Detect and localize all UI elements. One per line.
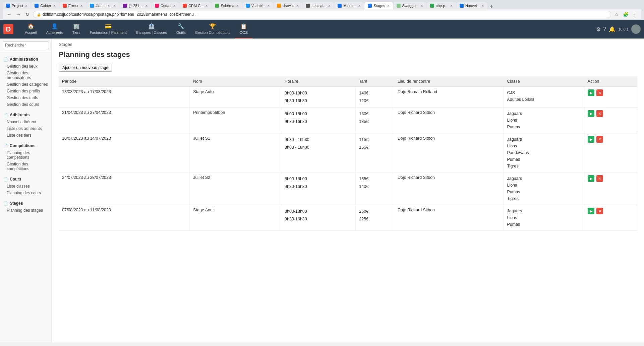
sidebar-link-gestion-competitions[interactable]: Gestion des compétitions [0, 161, 52, 172]
sidebar: 📄 Administration Gestion des lieux Gesti… [0, 39, 52, 342]
cell-action-0: ▶ ✕ [584, 87, 637, 108]
tab-close-icon[interactable]: ✕ [387, 4, 390, 8]
edit-button-2[interactable]: ▶ [588, 136, 594, 143]
col-header-classe: Classe [504, 76, 584, 87]
sidebar-link-planning-competitions[interactable]: Planning des compétitions [0, 149, 52, 161]
tab-module[interactable]: Modul... ✕ [334, 2, 364, 9]
edit-button-1[interactable]: ▶ [588, 110, 594, 117]
tab-close-icon[interactable]: ✕ [236, 4, 239, 8]
tab-close-icon[interactable]: ✕ [113, 4, 116, 8]
toolbar-icons: ☆ 🧩 ⋮ [613, 11, 639, 18]
delete-button-2[interactable]: ✕ [596, 136, 603, 143]
col-header-nom: Nom [190, 76, 281, 87]
question-nav-icon[interactable]: ? [603, 26, 606, 32]
nav-cos[interactable]: 📋 COS [235, 20, 252, 39]
tab-swagger[interactable]: Swagge... ✕ [393, 2, 426, 9]
tab-close-icon[interactable]: ✕ [328, 4, 331, 8]
sidebar-link-liste-classes[interactable]: Liste classes [0, 183, 52, 190]
delete-button-0[interactable]: ✕ [596, 89, 603, 96]
edit-button-3[interactable]: ▶ [588, 175, 594, 182]
tab-jira[interactable]: Jira | Lo... ✕ [86, 2, 119, 9]
tab-close-icon[interactable]: ✕ [25, 4, 27, 8]
browser-tabs: Project ✕ Cahier ✕ Erreur ✕ Jira | Lo...… [3, 2, 641, 9]
edit-button-0[interactable]: ▶ [588, 89, 594, 96]
nav-tiers-label: Tiers [72, 30, 80, 34]
tab-php[interactable]: php-p... ✕ [427, 2, 456, 9]
alert-nav-icon[interactable]: 🔔 [609, 26, 616, 32]
tab-project[interactable]: Project ✕ [3, 2, 31, 9]
cell-tarif-3: 155€140€ [356, 172, 394, 205]
user-avatar[interactable] [631, 24, 641, 34]
tab-close-icon[interactable]: ✕ [481, 4, 484, 8]
col-header-periode: Période [59, 76, 190, 87]
tab-variable[interactable]: Variabl... ✕ [242, 2, 274, 9]
nav-banques[interactable]: 🏦 Banques | Caisses [131, 20, 172, 39]
tab-erreur[interactable]: Erreur ✕ [59, 2, 86, 9]
sidebar-link-categories[interactable]: Gestion des catégories [0, 81, 52, 88]
sidebar-link-nouvel-adherent[interactable]: Nouvel adhérent [0, 119, 52, 125]
cell-tarif-4: 250€225€ [356, 205, 394, 231]
back-button[interactable]: ← [5, 11, 13, 18]
tab-favicon [123, 4, 127, 8]
bookmark-icon[interactable]: ☆ [613, 11, 620, 18]
tab-close-icon[interactable]: ✕ [80, 4, 83, 8]
section-icon: 📄 [3, 144, 8, 148]
search-input[interactable] [3, 41, 49, 49]
tab-stages[interactable]: Stages ✕ [364, 2, 393, 9]
nav-competitions[interactable]: 🏆 Gestion Compétitions [190, 20, 235, 39]
new-tab-button[interactable]: + [488, 3, 495, 9]
delete-button-1[interactable]: ✕ [596, 110, 603, 117]
add-stage-button[interactable]: Ajouter un nouveau stage [59, 64, 112, 72]
tab-close-icon[interactable]: ✕ [267, 4, 270, 8]
cos-icon: 📋 [240, 23, 247, 29]
tab-label: Modul... [343, 4, 356, 8]
tab-calcal[interactable]: Les cal... ✕ [302, 2, 334, 9]
tab-favicon [306, 4, 310, 8]
tab-close-icon[interactable]: ✕ [173, 4, 176, 8]
tab-close-icon[interactable]: ✕ [358, 4, 361, 8]
tab-nouveau[interactable]: Nouvel... ✕ [456, 2, 487, 9]
nav-adherents[interactable]: 👤 Adhérents [41, 20, 67, 39]
nav-accueil[interactable]: 🏠 Accueil [20, 20, 41, 39]
tab-close-icon[interactable]: ✕ [205, 4, 208, 8]
delete-button-4[interactable]: ✕ [596, 208, 603, 214]
tab-crm[interactable]: CRM C... ✕ [179, 2, 211, 9]
sidebar-link-organisateurs[interactable]: Gestion des organisateurs [0, 70, 52, 81]
tab-favicon [6, 4, 10, 8]
tab-close-icon[interactable]: ✕ [145, 4, 148, 8]
address-bar[interactable]: 🔒 dolibarr.cosjudo/custom/cos/php/stage.… [33, 11, 611, 18]
top-nav: D 🏠 Accueil 👤 Adhérents 🏢 Tiers 💳 Factur… [0, 20, 644, 39]
table-header-row: Période Nom Horaire Tarif Lieu de rencon… [59, 76, 637, 87]
tab-1281[interactable]: (1 281 ... ✕ [120, 2, 151, 9]
tab-close-icon[interactable]: ✕ [420, 4, 423, 8]
tab-close-icon[interactable]: ✕ [296, 4, 299, 8]
tab-drawio[interactable]: draw.io ✕ [274, 2, 302, 9]
sidebar-link-planning-cours[interactable]: Planning des cours [0, 190, 52, 196]
tab-schema[interactable]: Schéma ✕ [212, 2, 242, 9]
nav-facturation[interactable]: 💳 Facturation | Paiement [85, 20, 131, 39]
reload-button[interactable]: ↻ [24, 11, 31, 18]
edit-button-4[interactable]: ▶ [588, 208, 594, 214]
sidebar-section-title-adherents: 📄 Adhérents [0, 111, 52, 119]
sidebar-link-liste-adherents[interactable]: Liste des adhérents [0, 125, 52, 132]
nav-outils[interactable]: 🔧 Outils [172, 20, 190, 39]
extension-icon[interactable]: 🧩 [622, 11, 630, 18]
tab-coda[interactable]: Coda I ✕ [152, 2, 179, 9]
tab-close-icon[interactable]: ✕ [450, 4, 453, 8]
sidebar-link-liste-tiers[interactable]: Liste des tiers [0, 132, 52, 139]
sidebar-link-planning-stages[interactable]: Planning des stages [0, 207, 52, 214]
forward-button[interactable]: → [15, 11, 22, 18]
sidebar-link-lieux[interactable]: Gestion des lieux [0, 63, 52, 70]
competitions-title: Compétitions [10, 143, 36, 148]
delete-button-3[interactable]: ✕ [596, 175, 603, 182]
sidebar-link-profils[interactable]: Gestion des profils [0, 88, 52, 94]
tab-cahier[interactable]: Cahier ✕ [31, 2, 59, 9]
sidebar-link-tarifs[interactable]: Gestion des tarifs [0, 94, 52, 101]
settings-nav-icon[interactable]: ⚙ [596, 26, 601, 32]
settings-icon[interactable]: ⋮ [631, 11, 639, 18]
tab-close-icon[interactable]: ✕ [53, 4, 56, 8]
sidebar-link-cours[interactable]: Gestion des cours [0, 101, 52, 108]
tab-favicon [246, 4, 250, 8]
nav-tiers[interactable]: 🏢 Tiers [68, 20, 85, 39]
app-logo[interactable]: D [3, 24, 13, 34]
